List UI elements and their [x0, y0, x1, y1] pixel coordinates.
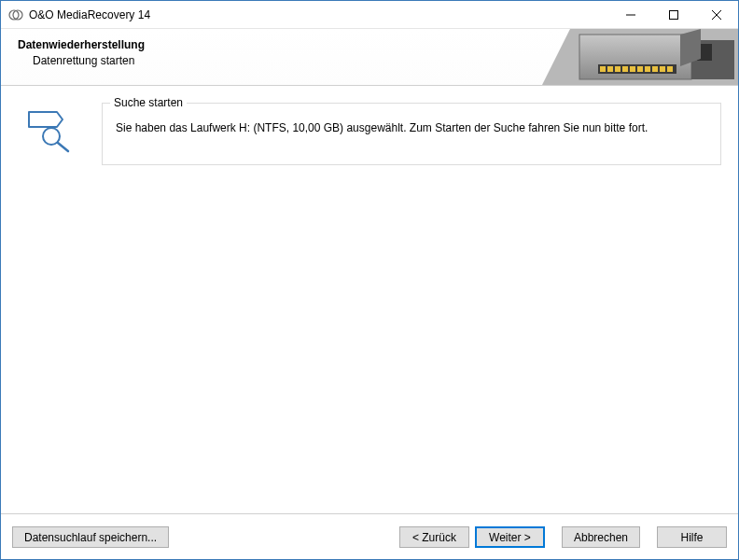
wizard-header: Datenwiederherstellung Datenrettung star…	[1, 29, 738, 85]
group-title: Suche starten	[110, 96, 187, 109]
svg-rect-18	[652, 66, 658, 72]
maximize-button[interactable]	[652, 1, 695, 28]
minimize-button[interactable]	[609, 1, 652, 28]
window-controls	[609, 1, 738, 28]
app-icon	[8, 7, 23, 22]
close-button[interactable]	[695, 1, 738, 28]
svg-rect-3	[670, 10, 678, 19]
svg-rect-12	[607, 66, 613, 72]
svg-rect-17	[645, 66, 650, 72]
svg-rect-13	[615, 66, 620, 72]
help-button[interactable]: Hilfe	[657, 526, 727, 548]
cancel-button[interactable]: Abbrechen	[562, 526, 640, 548]
search-drive-icon	[23, 106, 76, 156]
svg-rect-20	[667, 66, 673, 72]
svg-rect-11	[600, 66, 606, 72]
back-button[interactable]: < Zurück	[399, 526, 469, 548]
svg-rect-16	[637, 66, 643, 72]
group-instruction-text: Sie haben das Laufwerk H: (NTFS, 10,00 G…	[116, 120, 707, 136]
save-search-button[interactable]: Datensuchlauf speichern...	[12, 526, 169, 548]
next-button[interactable]: Weiter >	[475, 526, 545, 548]
svg-rect-19	[660, 66, 665, 72]
wizard-footer: Datensuchlauf speichern... < Zurück Weit…	[1, 513, 738, 560]
window-title: O&O MediaRecovery 14	[29, 8, 609, 21]
svg-rect-15	[630, 66, 635, 72]
search-start-group: Suche starten Sie haben das Laufwerk H: …	[102, 103, 721, 165]
header-graphic	[542, 29, 738, 85]
svg-line-23	[58, 143, 68, 151]
titlebar: O&O MediaRecovery 14	[1, 1, 738, 29]
svg-rect-14	[622, 66, 628, 72]
wizard-content: Suche starten Sie haben das Laufwerk H: …	[1, 86, 738, 513]
